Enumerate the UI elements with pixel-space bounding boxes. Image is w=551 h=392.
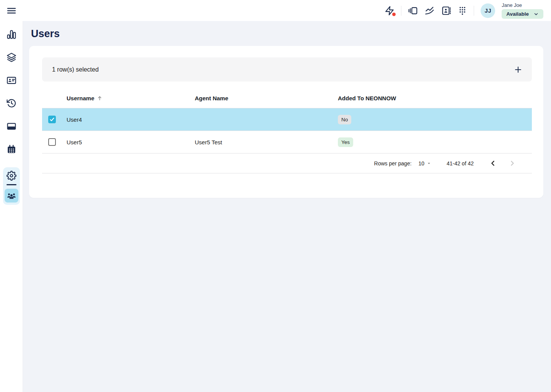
add-user-button[interactable] [514,65,523,74]
hamburger-menu-button[interactable] [6,5,17,16]
team-users-icon [7,191,16,201]
zap-notification-icon[interactable] [385,6,395,16]
table-row[interactable]: User5 User5 Test Yes [42,131,532,154]
user-name: Jane Joe [502,2,522,8]
notification-dot [392,13,396,16]
settings-group [3,167,20,205]
row-checkbox-checked[interactable] [48,116,56,123]
column-header-agent-name[interactable]: Agent Name [195,95,338,101]
page-nav [488,159,517,168]
main-content: Users 1 row(s) selected Username [23,21,551,392]
line-chart-icon[interactable] [424,5,435,16]
column-header-added[interactable]: Added To NEONNOW [338,95,532,101]
checkbox-cell [42,138,67,146]
divider [7,184,16,185]
user-meta: Jane Joe Available [502,2,543,19]
dialpad-icon[interactable] [458,6,467,15]
chevron-right-icon [509,160,515,167]
avatar[interactable]: JJ [481,3,495,18]
agent-name-cell: User5 Test [195,139,338,145]
sidebar [0,21,23,392]
pagination-bar: Rows per page: 10 41-42 of 42 [42,154,532,173]
column-header-username[interactable]: Username [67,95,195,101]
history-icon[interactable] [7,98,16,108]
divider [401,6,401,16]
contact-book-icon[interactable] [441,6,451,16]
chevron-left-icon [490,160,496,167]
topbar-right-cluster: JJ Jane Joe Available [385,2,543,19]
username-header-label: Username [67,95,95,101]
top-bar: JJ Jane Joe Available [0,0,551,21]
bar-chart-icon[interactable] [7,29,16,39]
added-cell: Yes [338,137,532,147]
rows-per-page-select[interactable]: 10 [419,160,432,167]
layers-icon[interactable] [7,52,16,62]
selection-toolbar: 1 row(s) selected [42,57,532,82]
rows-per-page-value: 10 [419,160,425,167]
users-card: 1 row(s) selected Username [29,46,543,198]
status-label: Available [506,11,529,17]
status-dropdown[interactable]: Available [502,9,543,19]
checkbox-cell [42,116,67,123]
page-title: Users [31,28,543,40]
check-icon [49,116,55,122]
plus-icon [514,65,523,74]
panels-icon[interactable] [408,6,418,16]
row-checkbox-unchecked[interactable] [48,138,56,146]
next-page-button[interactable] [507,159,517,168]
status-badge: No [338,115,351,124]
rows-per-page-label: Rows per page: [374,160,412,167]
browser-window-icon[interactable] [7,121,16,131]
dropdown-arrow-icon [427,161,431,166]
users-table: Username Agent Name Added To NEONNOW [42,88,532,173]
sort-ascending-icon[interactable] [97,95,103,101]
username-cell: User4 [67,116,195,123]
divider [474,6,474,16]
added-cell: No [338,115,532,124]
calendar-icon[interactable] [7,144,16,154]
chevron-down-icon [533,11,539,17]
selection-count-text: 1 row(s) selected [52,66,99,73]
settings-gear-icon[interactable] [7,171,16,181]
username-cell: User5 [67,139,195,145]
table-row[interactable]: User4 No [42,108,532,131]
status-badge: Yes [338,137,353,147]
added-header-label: Added To NEONNOW [338,95,396,101]
previous-page-button[interactable] [488,159,497,168]
table-header-row: Username Agent Name Added To NEONNOW [42,88,532,108]
agent-name-header-label: Agent Name [195,95,228,101]
sidebar-item-users[interactable] [5,189,18,203]
pagination-range: 41-42 of 42 [447,160,474,167]
id-card-icon[interactable] [7,75,16,85]
